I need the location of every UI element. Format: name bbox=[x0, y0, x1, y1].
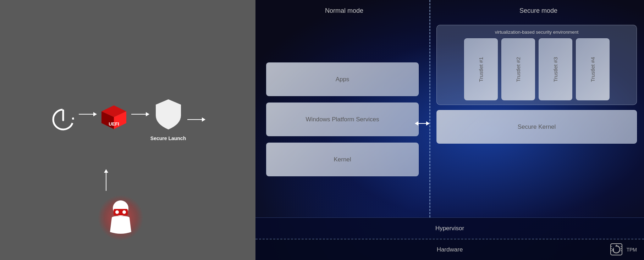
left-panel: UEFI Secure Launch bbox=[0, 0, 255, 260]
kernel-arrow bbox=[415, 123, 429, 124]
wps-box: Windows Platform Services bbox=[266, 103, 419, 136]
diagram-area: Apps Windows Platform Services Kernel vi… bbox=[255, 21, 644, 217]
power-icon-wrapper bbox=[49, 105, 77, 134]
arrow-power-to-uefi bbox=[79, 114, 97, 115]
right-panel: Normal mode Secure mode Apps Windows Pla… bbox=[255, 0, 644, 260]
bottom-sections: Hypervisor Hardware bbox=[255, 217, 644, 260]
arrow-after-shield bbox=[187, 119, 205, 120]
secure-column: virtualization-based security environmen… bbox=[429, 21, 644, 217]
vbs-label: virtualization-based security environmen… bbox=[441, 29, 632, 35]
apps-box: Apps bbox=[266, 62, 419, 96]
attacker-svg bbox=[103, 198, 138, 239]
shield-icon-wrapper: Secure Launch bbox=[150, 98, 186, 141]
normal-column: Apps Windows Platform Services Kernel bbox=[255, 21, 429, 217]
trustlets-row: Trustlet #1 Trustlet #2 Trustlet #3 Trus… bbox=[441, 38, 632, 100]
secure-kernel-box: Secure Kernel bbox=[436, 110, 637, 144]
hardware-label: Hardware bbox=[437, 246, 463, 253]
flow-container: UEFI Secure Launch bbox=[49, 98, 207, 141]
svg-point-9 bbox=[122, 210, 126, 214]
shield-icon bbox=[153, 98, 183, 131]
secure-mode-label: Secure mode bbox=[433, 7, 644, 15]
hypervisor-label: Hypervisor bbox=[435, 225, 464, 232]
trustlet-1: Trustlet #1 bbox=[464, 38, 498, 100]
attacker-figure bbox=[103, 198, 138, 239]
trustlet-2: Trustlet #2 bbox=[501, 38, 535, 100]
uefi-icon: UEFI bbox=[98, 104, 130, 135]
normal-mode-label: Normal mode bbox=[255, 7, 433, 15]
uefi-icon-wrapper: UEFI bbox=[98, 104, 130, 135]
tpm-icon bbox=[609, 242, 623, 258]
shield-label: Secure Launch bbox=[150, 135, 186, 141]
kernel-arrow-line bbox=[415, 123, 429, 124]
trustlet-4: Trustlet #4 bbox=[576, 38, 610, 100]
tpm-area: TPM bbox=[609, 242, 637, 258]
trustlet-3: Trustlet #3 bbox=[539, 38, 572, 100]
hypervisor-row: Hypervisor bbox=[255, 217, 644, 239]
vbs-container: virtualization-based security environmen… bbox=[436, 25, 637, 105]
tpm-label: TPM bbox=[626, 247, 637, 253]
svg-text:UEFI: UEFI bbox=[109, 121, 119, 127]
svg-point-8 bbox=[115, 210, 119, 214]
kernel-box: Kernel bbox=[266, 143, 419, 176]
power-icon bbox=[49, 105, 77, 134]
attacker-arrow bbox=[106, 170, 106, 191]
mode-labels: Normal mode Secure mode bbox=[255, 7, 644, 15]
hardware-row: Hardware bbox=[255, 239, 644, 260]
vertical-divider bbox=[429, 0, 430, 217]
arrow-uefi-to-shield bbox=[131, 114, 149, 115]
